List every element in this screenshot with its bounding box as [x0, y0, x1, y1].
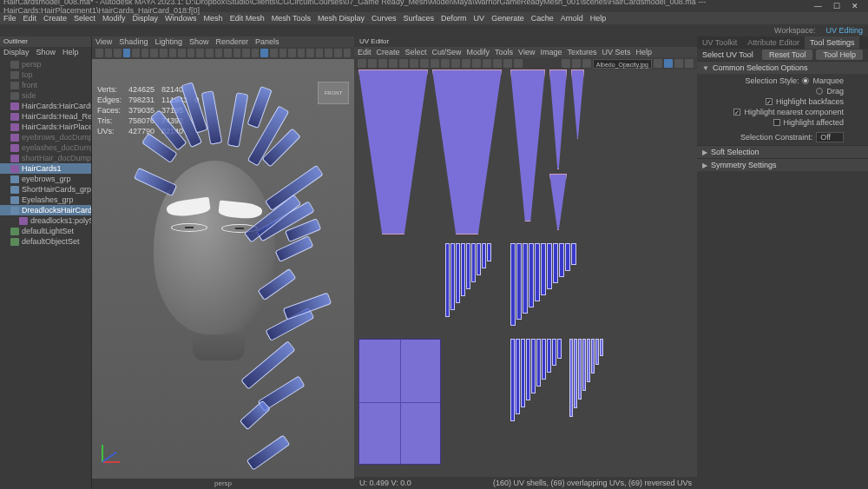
- outliner-item[interactable]: HairCards1: [0, 163, 91, 174]
- uv-tool-button[interactable]: [654, 59, 662, 68]
- selection-constraint-dropdown[interactable]: Off: [816, 132, 844, 142]
- uv-tool-button[interactable]: [451, 59, 460, 68]
- outliner-item[interactable]: HairCards:HairPlacement: [0, 122, 91, 132]
- uv-tool-button[interactable]: [358, 59, 366, 68]
- uv-menu-image[interactable]: Image: [540, 48, 562, 56]
- uv-menu-cut-sew[interactable]: Cut/Sew: [432, 48, 462, 56]
- menu-display[interactable]: Display: [133, 14, 159, 23]
- vp-tool-button[interactable]: [105, 49, 113, 57]
- menu-generate[interactable]: Generate: [491, 14, 524, 23]
- section-soft-selection[interactable]: ▶ Soft Selection: [697, 145, 868, 158]
- vp-menu-panels[interactable]: Panels: [255, 37, 279, 46]
- uv-shell[interactable]: [571, 243, 576, 265]
- menu-mesh-display[interactable]: Mesh Display: [318, 14, 365, 23]
- menu-deform[interactable]: Deform: [441, 14, 467, 23]
- uv-shell[interactable]: [587, 339, 590, 382]
- uv-tool-button[interactable]: [562, 59, 570, 68]
- outliner-item[interactable]: eyebrows_docDump: [0, 132, 91, 142]
- uv-tool-button[interactable]: [483, 59, 491, 68]
- uv-shell[interactable]: [547, 339, 551, 373]
- uv-shell[interactable]: [358, 339, 441, 465]
- vp-menu-renderer[interactable]: Renderer: [215, 37, 248, 46]
- uv-shell[interactable]: [471, 243, 476, 282]
- uv-shell[interactable]: [600, 339, 603, 356]
- uv-shell[interactable]: [521, 339, 525, 407]
- uv-tool-button[interactable]: [685, 59, 694, 68]
- uv-menu-modify[interactable]: Modify: [467, 48, 490, 56]
- uv-shell[interactable]: [569, 339, 573, 417]
- vp-tool-button[interactable]: [114, 49, 122, 57]
- uv-tool-button[interactable]: [431, 59, 439, 68]
- uv-tool-button[interactable]: [664, 59, 673, 68]
- vp-tool-button[interactable]: [169, 49, 177, 57]
- vp-tool-button[interactable]: [252, 49, 260, 57]
- vp-tool-button[interactable]: [334, 49, 342, 57]
- outliner-item[interactable]: dreadlocks1:polySurface1: [0, 215, 91, 226]
- outliner-item[interactable]: eyebrows_grp: [0, 174, 91, 184]
- uv-tool-button[interactable]: [572, 59, 581, 68]
- uv-shell[interactable]: [531, 339, 536, 393]
- uv-tool-button[interactable]: [378, 59, 387, 68]
- menu-mesh-tools[interactable]: Mesh Tools: [272, 14, 311, 23]
- outliner-item[interactable]: DreadlocksHairCards_003: [0, 205, 91, 215]
- menu-windows[interactable]: Windows: [165, 14, 197, 23]
- uv-shell[interactable]: [549, 69, 567, 169]
- outliner-item[interactable]: ShortHairCards_grp: [0, 184, 91, 195]
- vp-tool-button[interactable]: [316, 49, 324, 57]
- uv-menu-view[interactable]: View: [518, 48, 535, 56]
- vp-menu-shading[interactable]: Shading: [119, 37, 148, 46]
- outliner-item[interactable]: HairCards:HairCards1: [0, 101, 91, 111]
- uv-tool-button[interactable]: [503, 59, 512, 68]
- outliner-item[interactable]: eyelashes_docDump: [0, 142, 91, 153]
- vp-tool-button[interactable]: [150, 49, 158, 57]
- uv-shell[interactable]: [559, 243, 564, 277]
- outliner-item[interactable]: HairCards:Head_Reference: [0, 111, 91, 122]
- outliner-item[interactable]: Eyelashes_grp: [0, 195, 91, 205]
- vp-tool-button[interactable]: [95, 49, 103, 57]
- uv-tool-button[interactable]: [399, 59, 408, 68]
- uv-shell[interactable]: [461, 243, 465, 296]
- uv-shell[interactable]: [578, 339, 582, 400]
- vp-tool-button[interactable]: [215, 49, 223, 57]
- uv-shell[interactable]: [466, 243, 470, 289]
- uv-menu-textures[interactable]: Textures: [567, 48, 596, 56]
- outliner-list[interactable]: persptopfrontsideHairCards:HairCards1Hai…: [0, 57, 91, 489]
- close-button[interactable]: ✕: [846, 1, 865, 11]
- uv-shell[interactable]: [450, 243, 455, 310]
- minimize-button[interactable]: —: [809, 1, 827, 11]
- outliner-item[interactable]: persp: [0, 59, 91, 69]
- uv-shell[interactable]: [445, 243, 450, 317]
- viewport-3d[interactable]: Verts:42462582140Edges:7982311119430Face…: [92, 59, 354, 479]
- uv-shell[interactable]: [516, 339, 520, 414]
- menu-select[interactable]: Select: [74, 14, 95, 23]
- uv-tool-button[interactable]: [674, 59, 683, 68]
- uv-shell[interactable]: [549, 174, 567, 230]
- menu-mesh[interactable]: Mesh: [204, 14, 223, 23]
- vp-tool-button[interactable]: [178, 49, 186, 57]
- check-highlight-affected[interactable]: [773, 119, 780, 126]
- tab-tool-settings[interactable]: Tool Settings: [805, 36, 860, 49]
- uv-texture-field[interactable]: Albedo_Opacity.jpg: [593, 59, 652, 69]
- vp-tool-button[interactable]: [279, 49, 287, 57]
- menu-surfaces[interactable]: Surfaces: [404, 14, 435, 23]
- uv-tool-button[interactable]: [493, 59, 502, 68]
- uv-menu-tools[interactable]: Tools: [495, 48, 513, 56]
- vp-menu-lighting[interactable]: Lighting: [155, 37, 182, 46]
- outliner-item[interactable]: top: [0, 69, 91, 80]
- uv-shell[interactable]: [536, 339, 541, 387]
- uv-shell[interactable]: [582, 339, 586, 391]
- menu-edit-mesh[interactable]: Edit Mesh: [230, 14, 265, 23]
- uv-shell[interactable]: [510, 69, 545, 221]
- uv-tool-button[interactable]: [472, 59, 481, 68]
- check-highlight-backfaces[interactable]: [766, 98, 773, 105]
- view-cube[interactable]: FRONT: [318, 82, 349, 104]
- outliner-menu-show[interactable]: Show: [36, 48, 56, 56]
- uv-tool-button[interactable]: [462, 59, 470, 68]
- workspace-value[interactable]: UV Editing: [825, 26, 863, 35]
- vp-tool-button[interactable]: [196, 49, 204, 57]
- vp-menu-show[interactable]: Show: [189, 37, 209, 46]
- uv-shell[interactable]: [529, 243, 534, 307]
- menu-uv[interactable]: UV: [474, 14, 485, 23]
- vp-tool-button[interactable]: [270, 49, 278, 57]
- vp-tool-button[interactable]: [260, 49, 268, 57]
